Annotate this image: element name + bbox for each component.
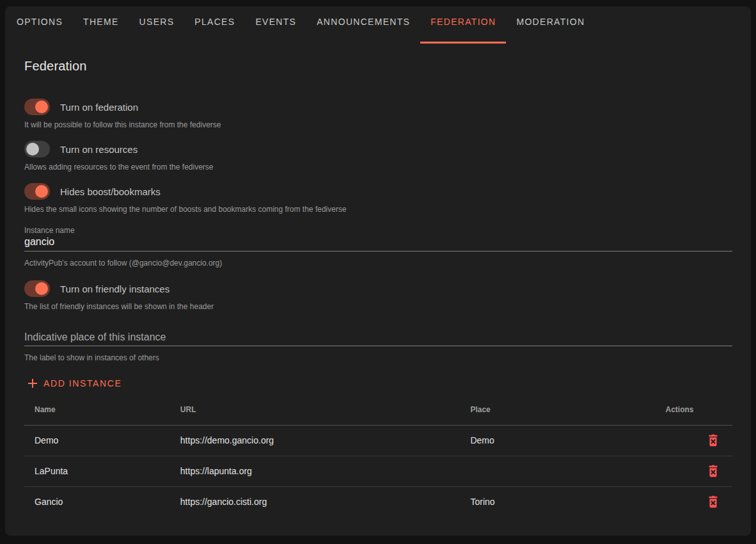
setting-resources: Turn on resources Allows adding resource… <box>24 141 732 172</box>
instance-name-hint: ActivityPub's account to follow (@gancio… <box>24 258 732 268</box>
add-instance-label: ADD INSTANCE <box>43 378 122 388</box>
cell-name: Gancio <box>24 486 170 517</box>
tab-announcements[interactable]: ANNOUNCEMENTS <box>306 6 420 37</box>
admin-settings-card: OPTIONS THEME USERS PLACES EVENTS ANNOUN… <box>5 6 751 536</box>
tab-theme[interactable]: THEME <box>73 6 129 37</box>
trash-delete-icon <box>706 433 720 447</box>
admin-tabbar: OPTIONS THEME USERS PLACES EVENTS ANNOUN… <box>5 6 751 37</box>
friendly-toggle-label: Turn on friendly instances <box>60 284 169 294</box>
tab-places[interactable]: PLACES <box>184 6 245 37</box>
friendly-toggle[interactable] <box>24 280 50 297</box>
hide-boosts-toggle-label: Hides boost/bookmarks <box>60 186 161 197</box>
trash-delete-icon <box>706 495 720 509</box>
federation-toggle-label: Turn on federation <box>60 102 138 113</box>
toggle-thumb <box>35 185 48 198</box>
resources-toggle[interactable] <box>24 141 50 157</box>
cell-url: https://demo.gancio.org <box>170 425 461 456</box>
instance-name-label: Instance name <box>24 225 732 236</box>
table-row: Gancio https://gancio.cisti.org Torino <box>24 486 732 517</box>
instances-table: Name URL Place Actions Demo https://demo… <box>24 394 732 517</box>
tab-options[interactable]: OPTIONS <box>6 6 73 37</box>
table-row: Demo https://demo.gancio.org Demo <box>24 425 732 456</box>
tab-moderation[interactable]: MODERATION <box>506 6 595 37</box>
header-actions: Actions <box>656 394 732 425</box>
cell-place: Demo <box>460 425 655 456</box>
cell-place <box>460 456 655 486</box>
instance-place-input[interactable] <box>24 331 732 346</box>
setting-hide-boosts: Hides boost/bookmarks Hides the small ic… <box>24 183 732 214</box>
delete-instance-button[interactable] <box>704 493 722 511</box>
federation-hint: It will be possible to follow this insta… <box>24 120 732 130</box>
add-instance-button[interactable]: ADD INSTANCE <box>24 376 124 391</box>
toggle-thumb <box>35 100 48 113</box>
tab-users[interactable]: USERS <box>129 6 185 37</box>
header-url: URL <box>170 394 461 425</box>
header-name: Name <box>24 394 170 425</box>
table-row: LaPunta https://lapunta.org <box>24 456 732 486</box>
setting-friendly: Turn on friendly instances The list of f… <box>24 280 732 312</box>
instance-place-field-wrap: The label to show in instances of others <box>24 331 732 363</box>
tab-federation[interactable]: FEDERATION <box>420 6 506 37</box>
page-title: Federation <box>24 59 732 74</box>
cell-name: LaPunta <box>24 456 170 486</box>
hide-boosts-toggle[interactable] <box>24 183 50 200</box>
tab-events[interactable]: EVENTS <box>245 6 306 37</box>
instance-name-field-wrap: Instance name ActivityPub's account to f… <box>24 225 732 268</box>
cell-url: https://gancio.cisti.org <box>170 486 461 517</box>
delete-instance-button[interactable] <box>704 462 722 480</box>
friendly-hint: The list of friendly instances will be s… <box>24 301 732 312</box>
federation-toggle[interactable] <box>24 99 50 115</box>
plus-icon <box>27 378 38 389</box>
setting-federation: Turn on federation It will be possible t… <box>24 99 732 130</box>
resources-hint: Allows adding resources to the event fro… <box>24 162 732 172</box>
trash-delete-icon <box>706 464 720 478</box>
toggle-thumb <box>26 143 39 156</box>
header-place: Place <box>460 394 655 425</box>
hide-boosts-hint: Hides the small icons showing the number… <box>24 204 732 214</box>
instance-name-input[interactable] <box>24 236 732 252</box>
toggle-thumb <box>35 282 48 295</box>
cell-name: Demo <box>24 425 170 456</box>
instance-place-hint: The label to show in instances of others <box>24 353 732 363</box>
resources-toggle-label: Turn on resources <box>60 144 138 155</box>
delete-instance-button[interactable] <box>704 431 722 449</box>
table-header-row: Name URL Place Actions <box>24 394 732 425</box>
cell-place: Torino <box>460 486 655 517</box>
cell-url: https://lapunta.org <box>170 456 461 486</box>
